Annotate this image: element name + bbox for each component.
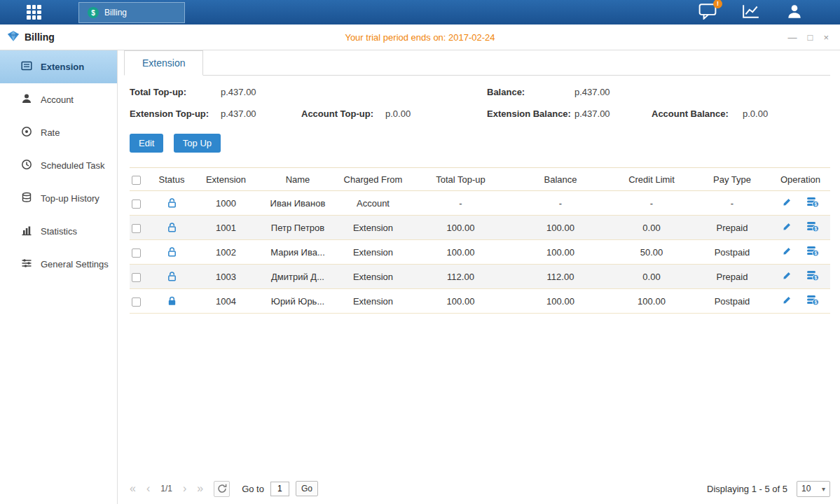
table-row: 1001 Петр Петров Extension 100.00 100.00… [130, 216, 830, 240]
row-checkbox[interactable] [132, 273, 141, 282]
sidebar-item-topup-history[interactable]: Top-up History [0, 182, 117, 215]
go-button[interactable]: Go [296, 481, 318, 496]
history-stack-icon [21, 192, 32, 205]
reports-button[interactable] [742, 4, 760, 22]
topup-row-icon[interactable]: $ [806, 270, 819, 284]
pay-type-cell: - [694, 191, 771, 216]
credit-limit-cell: 0.00 [610, 265, 694, 289]
clock-icon [21, 159, 32, 172]
svg-text:$: $ [814, 202, 817, 207]
last-page-button[interactable]: » [197, 481, 203, 496]
topbar-icons: ! [698, 3, 840, 22]
topup-row-icon[interactable]: $ [806, 221, 819, 234]
window-titlebar: Billing Your trial period ends on: 2017-… [0, 24, 840, 50]
notification-badge: ! [713, 0, 722, 8]
edit-row-icon[interactable] [782, 295, 792, 307]
sidebar-item-label: Extension [41, 62, 84, 72]
next-page-button[interactable]: › [183, 481, 186, 496]
pay-type-cell: Postpaid [694, 240, 771, 265]
edit-row-icon[interactable] [782, 197, 792, 209]
edit-row-icon[interactable] [782, 246, 792, 258]
page-size-select[interactable]: 10 ▾ [797, 481, 830, 497]
pagination-summary: Displaying 1 - 5 of 5 10 ▾ [707, 481, 830, 497]
line-chart-icon [742, 9, 760, 21]
topup-row-icon[interactable]: $ [806, 246, 819, 259]
charged-from-cell: Extension [336, 265, 410, 289]
sidebar-item-scheduled-task[interactable]: Scheduled Task [0, 149, 117, 182]
svg-text:$: $ [814, 226, 817, 232]
select-all-checkbox[interactable] [132, 176, 141, 185]
extension-cell: 1002 [193, 240, 259, 265]
prev-page-button[interactable]: ‹ [146, 481, 150, 496]
balance-cell: 100.00 [511, 240, 610, 265]
minimize-button[interactable]: — [788, 24, 797, 50]
apps-grid-icon[interactable] [27, 5, 41, 20]
window-title-text: Billing [25, 31, 55, 43]
balance-summary: Total Top-up: p.437.00 Balance: p.437.00… [130, 81, 830, 125]
topup-row-icon[interactable]: $ [806, 295, 819, 308]
edit-row-icon[interactable] [782, 270, 792, 283]
status-lock-icon [167, 246, 177, 257]
sliders-icon [21, 258, 32, 271]
summary-label: Extension Top-up: [130, 108, 221, 119]
window-title: Billing [0, 30, 55, 44]
row-checkbox[interactable] [132, 200, 141, 209]
first-page-button[interactable]: « [130, 481, 136, 496]
account-menu-button[interactable] [785, 4, 804, 22]
summary-label: Extension Balance: [487, 108, 574, 119]
name-cell: Дмитрий Д... [259, 265, 336, 289]
sidebar-item-label: Rate [41, 127, 60, 138]
edit-row-icon[interactable] [782, 221, 792, 234]
row-checkbox[interactable] [132, 224, 141, 233]
pay-type-cell: Postpaid [694, 289, 771, 314]
summary-value: p.437.00 [221, 108, 301, 119]
pagination-controls: « ‹ 1/1 › » Go to Go [130, 481, 318, 497]
sidebar-item-extension[interactable]: Extension [0, 50, 117, 83]
status-lock-icon [167, 295, 177, 306]
table-row: 1000 Иван Иванов Account - - - - $ [130, 191, 830, 216]
total-topup-cell: 100.00 [410, 240, 511, 265]
sidebar-item-label: Scheduled Task [41, 160, 105, 171]
summary-value: p.0.00 [743, 108, 830, 119]
charged-from-cell: Extension [336, 240, 410, 265]
sidebar-item-rate[interactable]: Rate [0, 116, 117, 149]
extension-cell: 1003 [193, 265, 259, 289]
summary-value: p.0.00 [385, 108, 487, 119]
row-checkbox[interactable] [132, 248, 141, 258]
name-cell: Юрий Юрь... [259, 289, 336, 314]
sidebar-item-account[interactable]: Account [0, 83, 117, 116]
trial-notice: Your trial period ends on: 2017-02-24 [0, 32, 840, 43]
charged-from-cell: Extension [336, 289, 410, 314]
notifications-button[interactable]: ! [698, 3, 717, 22]
tab-extension[interactable]: Extension [124, 50, 203, 76]
total-topup-cell: 112.00 [410, 265, 511, 289]
topup-row-icon[interactable]: $ [806, 197, 819, 210]
topbar-tab-billing[interactable]: $ Billing [78, 2, 185, 23]
maximize-button[interactable]: □ [808, 24, 813, 50]
sidebar-item-statistics[interactable]: Statistics [0, 215, 117, 248]
window-controls: — □ × [788, 24, 840, 50]
sidebar-item-label: Statistics [41, 226, 77, 237]
row-checkbox[interactable] [132, 298, 141, 307]
goto-label: Go to [242, 484, 264, 494]
extension-cell: 1000 [193, 191, 259, 216]
credit-limit-cell: 50.00 [610, 240, 694, 265]
col-operation: Operation [771, 168, 830, 191]
close-button[interactable]: × [823, 24, 829, 50]
edit-button[interactable]: Edit [130, 134, 163, 153]
top-up-button[interactable]: Top Up [174, 134, 221, 153]
status-lock-icon [167, 197, 177, 208]
status-lock-icon [167, 222, 177, 232]
charged-from-cell: Extension [336, 216, 410, 240]
topbar-tab-label: Billing [104, 8, 127, 18]
sidebar-item-general-settings[interactable]: General Settings [0, 248, 117, 281]
extensions-table: Status Extension Name Charged From Total… [130, 167, 830, 314]
total-topup-cell: 100.00 [410, 216, 511, 240]
refresh-button[interactable] [214, 481, 230, 497]
billing-diamond-icon [7, 30, 20, 44]
svg-text:$: $ [814, 251, 817, 256]
goto-page-input[interactable] [270, 482, 289, 496]
status-lock-icon [167, 271, 177, 281]
tab-bar: Extension [124, 50, 830, 76]
billing-app-icon: $ [88, 7, 99, 18]
